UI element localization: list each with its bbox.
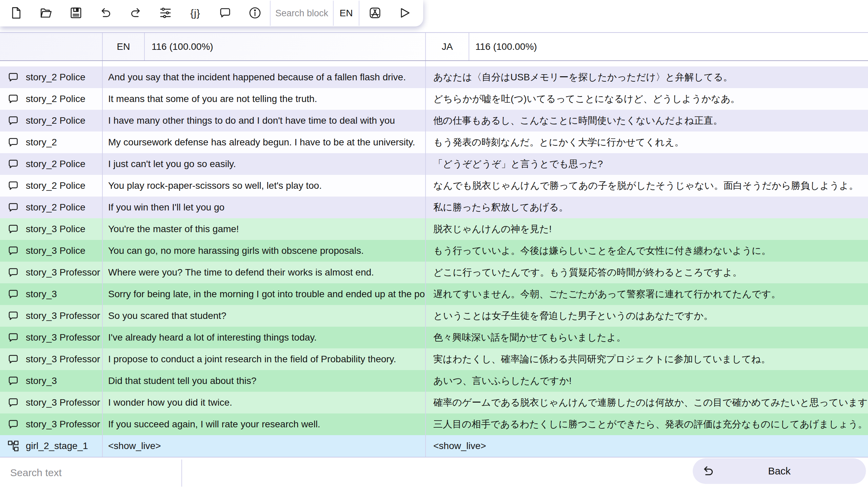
save-button[interactable]: [69, 6, 83, 20]
speech-bubble-icon: [7, 309, 20, 322]
translation-text-cell[interactable]: どこに行っていたんです。もう質疑応答の時間が終わるところですよ。: [426, 262, 868, 283]
search-block-input[interactable]: [271, 1, 333, 26]
info-button[interactable]: [248, 6, 262, 20]
source-text-cell[interactable]: Where were you? The time to defend their…: [103, 262, 426, 283]
open-file-button[interactable]: [39, 6, 53, 20]
block-label-cell[interactable]: story_3 Professor: [0, 413, 103, 435]
speech-bubble-icon: [7, 288, 20, 301]
table-row[interactable]: story_2 Police It means that some of you…: [0, 88, 868, 110]
table-row[interactable]: story_2 Police And you say that the inci…: [0, 66, 868, 88]
source-text-cell[interactable]: I have many other things to do and I don…: [103, 110, 426, 131]
header-ja-language[interactable]: JA: [426, 33, 469, 60]
source-text-cell[interactable]: It means that some of you are not tellin…: [103, 88, 426, 110]
table-row[interactable]: story_3 Professor So you scared that stu…: [0, 305, 868, 327]
translation-text-cell[interactable]: 他の仕事もあるし、こんなことに時間使いたくないんだよね正直。: [426, 110, 868, 131]
source-text-cell[interactable]: Did that student tell you about this?: [103, 370, 426, 392]
translation-text-cell[interactable]: もう発表の時刻なんだ。とにかく大学に行かせてくれえ。: [426, 131, 868, 153]
table-row[interactable]: story_3 Professor I propose to conduct a…: [0, 348, 868, 370]
block-label-cell[interactable]: girl_2_stage_1: [0, 435, 103, 457]
table-row[interactable]: story_2 Police You play rock-paper-sciss…: [0, 175, 868, 197]
block-label-cell[interactable]: story_3 Professor: [0, 327, 103, 348]
table-row[interactable]: story_3 Did that student tell you about …: [0, 370, 868, 392]
source-text-cell[interactable]: So you scared that student?: [103, 305, 426, 327]
block-label-cell[interactable]: story_2 Police: [0, 197, 103, 218]
block-label-cell[interactable]: story_2 Police: [0, 175, 103, 197]
translation-text-cell[interactable]: 実はわたくし、確率論に係わる共同研究プロジェクトに参加していましてね。: [426, 348, 868, 370]
table-row[interactable]: story_2 My coursework defense has alread…: [0, 131, 868, 153]
translation-text-cell[interactable]: ということは女子生徒を脅迫した男子というのはあなたですか。: [426, 305, 868, 327]
source-text-cell[interactable]: If you succeed again, I will rate your r…: [103, 413, 426, 435]
table-row[interactable]: story_3 Police You can go, no more haras…: [0, 240, 868, 262]
translation-text-cell[interactable]: どちらかが嘘を吐(つ)いてるってことになるけど、どうしようかなあ。: [426, 88, 868, 110]
json-view-button[interactable]: {j}: [189, 6, 202, 20]
table-row[interactable]: story_3 Sorry for being late, in the mor…: [0, 283, 868, 305]
block-label-cell[interactable]: story_2 Police: [0, 88, 103, 110]
table-row[interactable]: story_2 Police I have many other things …: [0, 110, 868, 131]
speech-bubble-icon: [7, 179, 20, 192]
source-text: You can go, no more harassing girls with…: [108, 245, 364, 256]
filters-button[interactable]: [159, 6, 172, 20]
spellcheck-button[interactable]: [368, 6, 382, 20]
source-text-cell[interactable]: You can go, no more harassing girls with…: [103, 240, 426, 262]
table-row[interactable]: girl_2_stage_1 <show_live> <show_live>: [0, 435, 868, 457]
source-text-cell[interactable]: You play rock-paper-scissors so well, le…: [103, 175, 426, 197]
table-row[interactable]: story_2 Police I just can't let you go s…: [0, 153, 868, 175]
table-row[interactable]: story_3 Professor I've already heard a l…: [0, 327, 868, 348]
header-en-language[interactable]: EN: [103, 33, 145, 60]
source-text-cell[interactable]: You're the master of this game!: [103, 218, 426, 240]
translation-text-cell[interactable]: あいつ、言いふらしたんですか!: [426, 370, 868, 392]
block-label-cell[interactable]: story_3 Police: [0, 240, 103, 262]
header-ja-stats[interactable]: 116 (100.00%): [469, 33, 868, 60]
translation-text: 実はわたくし、確率論に係わる共同研究プロジェクトに参加していましてね。: [433, 353, 770, 366]
comments-button[interactable]: [218, 6, 232, 20]
block-label-cell[interactable]: story_2 Police: [0, 110, 103, 131]
translation-text: 脱衣じゃんけんの神を見た!: [433, 223, 552, 236]
source-text-cell[interactable]: If you win then I'll let you go: [103, 197, 426, 218]
source-text: My coursework defense has already begun.…: [108, 137, 415, 148]
block-label-cell[interactable]: story_2 Police: [0, 66, 103, 88]
source-text-cell[interactable]: Sorry for being late, in the morning I g…: [103, 283, 426, 305]
undo-button[interactable]: [99, 6, 113, 20]
translation-text-cell[interactable]: 三人目の相手であるわたくしに勝つことができたら、発表の評価は充分なものにしてあげ…: [426, 413, 868, 435]
new-file-button[interactable]: [9, 6, 23, 20]
translation-text-cell[interactable]: もう行っていいよ。今後は嫌らしいことを企んで女性に付き纏わないように。: [426, 240, 868, 262]
translation-text-cell[interactable]: 脱衣じゃんけんの神を見た!: [426, 218, 868, 240]
translation-text-cell[interactable]: 「どうぞどうぞ」と言うとでも思った?: [426, 153, 868, 175]
header-en-stats[interactable]: 116 (100.00%): [145, 33, 426, 60]
translation-text-cell[interactable]: 遅れてすいません。今朝、ごたごたがあって警察署に連れて行かれてたんです。: [426, 283, 868, 305]
translation-text-cell[interactable]: 確率のゲームである脱衣じゃんけんで連勝したのは何故か、この目で確かめてみたいと思…: [426, 392, 868, 413]
block-label-cell[interactable]: story_3 Professor: [0, 305, 103, 327]
source-text-cell[interactable]: I've already heard a lot of interesting …: [103, 327, 426, 348]
block-label-cell[interactable]: story_3: [0, 370, 103, 392]
block-label-cell[interactable]: story_3: [0, 283, 103, 305]
translation-text-cell[interactable]: 色々興味深い話を聞かせてもらいましたよ。: [426, 327, 868, 348]
table-row[interactable]: story_3 Professor If you succeed again, …: [0, 413, 868, 435]
table-row[interactable]: story_3 Professor Where were you? The ti…: [0, 262, 868, 283]
block-label-cell[interactable]: story_2 Police: [0, 153, 103, 175]
block-label-cell[interactable]: story_2: [0, 131, 103, 153]
source-text-cell[interactable]: I propose to conduct a joint research in…: [103, 348, 426, 370]
translation-text-cell[interactable]: なんでも脱衣じゃんけんで勝ってあの子を脱がしたそうじゃない。面白そうだから勝負し…: [426, 175, 868, 197]
translation-text-cell[interactable]: 私に勝ったら釈放してあげる。: [426, 197, 868, 218]
translation-text: <show_live>: [433, 441, 486, 451]
block-label-cell[interactable]: story_3 Professor: [0, 262, 103, 283]
redo-button[interactable]: [129, 6, 142, 20]
table-row[interactable]: story_2 Police If you win then I'll let …: [0, 197, 868, 218]
source-text-cell[interactable]: My coursework defense has already begun.…: [103, 131, 426, 153]
block-label: story_3 Professor: [26, 419, 100, 430]
translation-text-cell[interactable]: あなたは〈自分はUSBメモリーを探したかっただけ〉と弁解してる。: [426, 66, 868, 88]
source-text-cell[interactable]: And you say that the incident happened b…: [103, 66, 426, 88]
source-text-cell[interactable]: I wonder how you did it twice.: [103, 392, 426, 413]
table-row[interactable]: story_3 Police You're the master of this…: [0, 218, 868, 240]
play-button[interactable]: [397, 6, 412, 20]
block-label-cell[interactable]: story_3 Police: [0, 218, 103, 240]
source-text-cell[interactable]: I just can't let you go so easily.: [103, 153, 426, 175]
table-row[interactable]: story_3 Professor I wonder how you did i…: [0, 392, 868, 413]
block-label-cell[interactable]: story_3 Professor: [0, 348, 103, 370]
search-text-input[interactable]: [0, 458, 180, 488]
source-text-cell[interactable]: <show_live>: [103, 435, 426, 457]
translation-text-cell[interactable]: <show_live>: [426, 435, 868, 457]
block-label-cell[interactable]: story_3 Professor: [0, 392, 103, 413]
back-button[interactable]: Back: [693, 458, 866, 484]
language-selector[interactable]: EN: [334, 8, 359, 19]
